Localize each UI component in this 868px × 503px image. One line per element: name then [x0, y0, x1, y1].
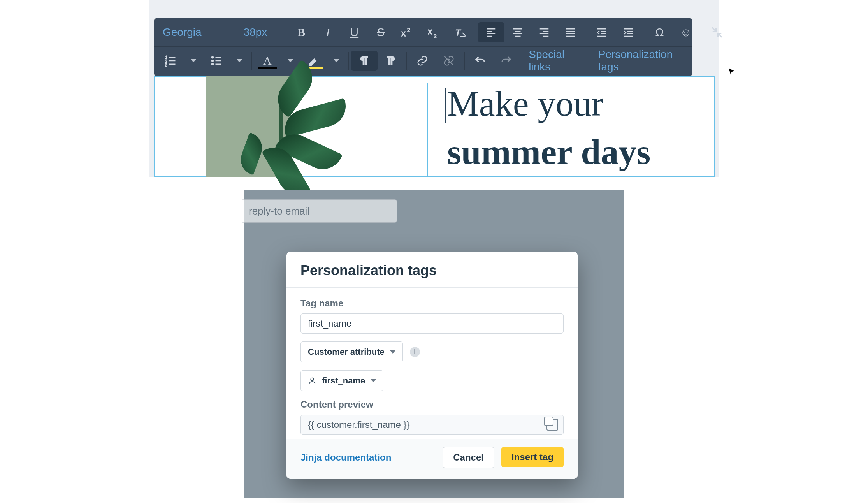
underline-icon: U	[350, 26, 359, 39]
subscript-icon: x2	[428, 26, 439, 38]
align-justify-icon	[565, 26, 576, 38]
mouse-pointer-icon	[727, 67, 736, 76]
toolbar-separator	[251, 52, 252, 70]
cancel-button[interactable]: Cancel	[443, 447, 494, 468]
svg-text:T: T	[455, 28, 462, 37]
toolbar-separator	[592, 52, 592, 70]
headline-line-2[interactable]: summer days	[447, 131, 715, 172]
italic-icon: I	[326, 26, 330, 39]
align-center-icon	[512, 26, 524, 38]
clear-formatting-button[interactable]: T	[447, 22, 473, 42]
align-justify-button[interactable]	[557, 22, 584, 42]
svg-point-42	[212, 63, 214, 65]
svg-text:3: 3	[165, 63, 167, 67]
toolbar-separator	[522, 52, 522, 70]
chevron-down-icon	[288, 59, 293, 62]
strikethrough-icon: S	[377, 26, 385, 39]
chevron-down-icon	[390, 350, 395, 354]
align-left-button[interactable]	[478, 22, 504, 42]
toolbar-separator	[406, 52, 407, 70]
headline-line-1[interactable]: Make your	[447, 83, 715, 124]
font-family-select[interactable]: Georgia	[157, 22, 238, 42]
content-preview-label: Content preview	[300, 399, 564, 410]
modal-backdrop: reply-to email Personalization tags Tag …	[244, 190, 624, 498]
pilcrow-rtl-icon	[385, 55, 397, 67]
undo-button[interactable]	[467, 51, 493, 71]
scope-select-value: Customer attribute	[308, 347, 385, 357]
svg-text:x: x	[401, 28, 406, 38]
align-left-icon	[485, 26, 497, 38]
scope-select[interactable]: Customer attribute	[300, 341, 403, 362]
strikethrough-button[interactable]: S	[367, 22, 394, 42]
highlight-icon	[307, 55, 319, 67]
chevron-down-icon	[371, 379, 376, 382]
outdent-icon	[596, 26, 608, 38]
content-preview-input[interactable]	[300, 415, 564, 435]
rtl-button[interactable]	[378, 51, 404, 71]
canvas-text-block[interactable]: Make your summer days	[427, 83, 715, 177]
italic-button[interactable]: I	[315, 22, 341, 42]
toolbar-separator	[348, 52, 349, 70]
info-icon[interactable]: i	[410, 347, 420, 357]
svg-text:2: 2	[407, 27, 410, 33]
rich-text-toolbar: Georgia 38px B I U S x2 x2	[154, 18, 692, 76]
link-icon	[416, 55, 428, 67]
insert-link-button[interactable]	[409, 51, 436, 71]
indent-button[interactable]	[615, 22, 641, 42]
clear-format-icon: T	[454, 26, 466, 38]
ordered-list-icon: 123	[165, 55, 176, 67]
emoji-icon: ☺	[680, 26, 692, 39]
ordered-list-button[interactable]: 123	[157, 51, 184, 71]
svg-point-40	[212, 56, 214, 58]
reply-to-placeholder: reply-to email	[249, 205, 309, 217]
divider	[244, 229, 624, 229]
bold-button[interactable]: B	[288, 22, 315, 42]
special-links-button[interactable]: Special links	[525, 51, 589, 71]
unlink-icon	[443, 55, 455, 67]
align-right-button[interactable]	[531, 22, 557, 42]
plant-illustration	[221, 68, 353, 185]
pilcrow-ltr-icon	[358, 55, 370, 67]
font-size-value: 38px	[244, 26, 267, 39]
personalization-tags-button[interactable]: Personalization tags	[594, 51, 686, 71]
tag-name-label: Tag name	[300, 298, 564, 309]
insert-tag-button[interactable]: Insert tag	[501, 447, 564, 467]
redo-icon	[501, 55, 512, 67]
reply-to-input[interactable]: reply-to email	[241, 199, 397, 223]
jinja-doc-link[interactable]: Jinja documentation	[300, 452, 391, 463]
canvas-image-block	[206, 76, 353, 177]
outdent-button[interactable]	[589, 22, 615, 42]
unordered-list-icon	[211, 55, 222, 67]
align-center-button[interactable]	[504, 22, 531, 42]
editor-canvas[interactable]: Make your summer days	[154, 76, 715, 177]
ordered-list-options[interactable]	[184, 51, 203, 71]
toolbar-row-1: Georgia 38px B I U S x2 x2	[154, 18, 692, 46]
copy-icon[interactable]	[546, 419, 558, 431]
chevron-down-icon	[237, 59, 242, 62]
ltr-button[interactable]	[351, 51, 378, 71]
attribute-select[interactable]: first_name	[300, 370, 383, 391]
redo-button[interactable]	[493, 51, 520, 71]
special-char-button[interactable]: Ω	[646, 22, 673, 42]
font-size-select[interactable]: 38px	[238, 22, 284, 42]
special-links-label: Special links	[529, 48, 580, 73]
modal-footer: Jinja documentation Cancel Insert tag	[286, 439, 578, 479]
modal-body: Tag name Customer attribute i first_name	[286, 288, 578, 439]
omega-icon: Ω	[655, 26, 664, 39]
personalization-tags-label: Personalization tags	[598, 48, 682, 73]
modal-header: Personalization tags	[286, 252, 578, 288]
modal-title: Personalization tags	[300, 262, 564, 279]
bold-icon: B	[297, 26, 305, 39]
chevron-down-icon	[191, 59, 196, 62]
subscript-button[interactable]: x2	[420, 22, 447, 42]
fullscreen-toggle-button[interactable]	[704, 22, 730, 42]
superscript-button[interactable]: x2	[394, 22, 420, 42]
superscript-icon: x2	[401, 26, 413, 38]
emoji-button[interactable]: ☺	[673, 22, 699, 42]
remove-link-button[interactable]	[436, 51, 462, 71]
underline-button[interactable]: U	[341, 22, 367, 42]
svg-point-41	[212, 60, 214, 62]
personalization-tags-modal: Personalization tags Tag name Customer a…	[286, 252, 578, 479]
editor-panel: Georgia 38px B I U S x2 x2	[149, 0, 719, 177]
tag-name-input[interactable]	[300, 313, 564, 334]
